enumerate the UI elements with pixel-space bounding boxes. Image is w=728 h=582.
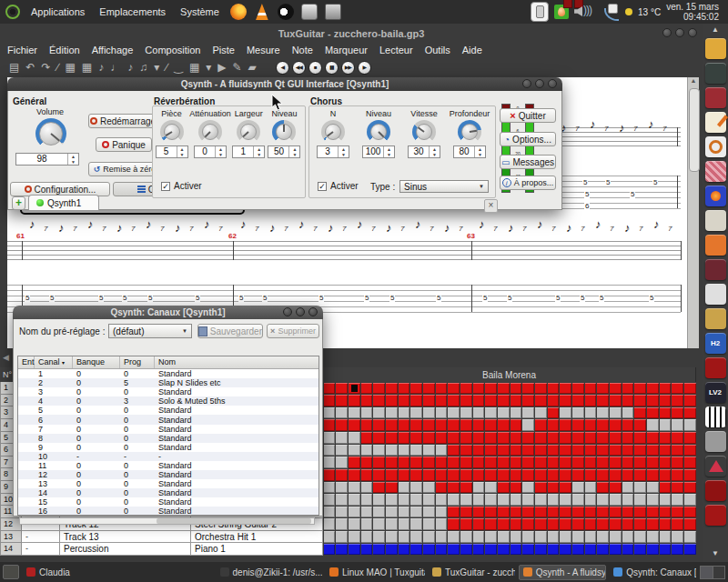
measure-cell[interactable] (386, 395, 398, 406)
measure-cell[interactable] (373, 383, 385, 395)
track-row-14[interactable]: 14-PercussionPiano 1 (0, 543, 703, 556)
measure-cell[interactable] (585, 445, 597, 457)
measure-cell[interactable] (522, 432, 534, 444)
volume-tray-icon[interactable]: ))) (574, 4, 598, 20)
matrix-icon[interactable]: ▦ (189, 61, 199, 74)
measure-cell[interactable] (660, 518, 672, 530)
measure-cell[interactable] (448, 482, 460, 494)
measure-cell[interactable] (498, 507, 510, 518)
measure-cell[interactable] (498, 469, 510, 481)
measure-cell[interactable] (361, 507, 373, 518)
measure-cell[interactable] (498, 432, 510, 444)
workspace-pager[interactable] (700, 566, 725, 579)
menu-affichage[interactable]: Affichage (92, 45, 134, 55)
measure-cell[interactable] (597, 482, 609, 494)
measure-cell[interactable] (572, 432, 584, 444)
measure-cell[interactable] (399, 457, 410, 468)
dock-scroll-down-icon[interactable]: ▼ (703, 549, 728, 557)
measure-cell[interactable] (672, 432, 683, 444)
measure-cell[interactable] (610, 457, 622, 468)
legato-icon[interactable]: ‿ (174, 61, 183, 74)
mixer-icon[interactable] (705, 284, 726, 305)
measure-cell[interactable] (498, 531, 510, 543)
screen-icon[interactable] (705, 63, 726, 84)
measure-cell[interactable] (436, 507, 448, 518)
measure-cell[interactable] (672, 544, 683, 556)
measure-cell[interactable] (660, 445, 672, 457)
measure-cell[interactable] (436, 482, 448, 494)
menu-systeme[interactable]: Système (173, 6, 227, 17)
measure-cell[interactable] (511, 544, 522, 556)
measure-cell[interactable] (436, 445, 448, 457)
measure-cell[interactable] (672, 457, 683, 468)
measure-cell[interactable] (647, 445, 659, 457)
measure-cell[interactable] (349, 457, 360, 468)
measure-cell[interactable] (448, 469, 460, 481)
measure-cell[interactable] (597, 383, 609, 395)
measure-cell[interactable] (535, 507, 547, 518)
chorus-n-knob[interactable] (321, 120, 345, 144)
measure-cell[interactable] (511, 419, 522, 431)
measure-cell[interactable] (634, 518, 646, 530)
ardour-icon[interactable] (705, 456, 726, 477)
measure-cell[interactable] (423, 445, 435, 457)
measure-cell[interactable] (572, 419, 584, 431)
measure-cell[interactable] (634, 544, 646, 556)
measure-cell[interactable] (622, 419, 634, 431)
measure-cell[interactable] (585, 395, 597, 406)
measure-cell[interactable] (460, 419, 472, 431)
measure-cell[interactable] (622, 507, 634, 518)
measure-cell[interactable] (473, 469, 485, 481)
undo-icon[interactable]: ↶ (25, 61, 35, 74)
measure-cell[interactable] (585, 531, 597, 543)
measure-cell[interactable] (423, 518, 435, 530)
measure-cell[interactable] (610, 407, 622, 419)
measure-cell[interactable] (610, 531, 622, 543)
measure-cell[interactable] (660, 419, 672, 431)
channel-row-3[interactable]: 300Standard (18, 387, 318, 396)
menu-composition[interactable]: Composition (145, 45, 200, 55)
measure-cell[interactable] (361, 457, 373, 468)
measure-cell[interactable] (660, 469, 672, 481)
measure-cell[interactable] (597, 531, 609, 543)
measure-cell[interactable] (535, 494, 547, 506)
measure-cell[interactable] (511, 395, 522, 406)
measure-cell[interactable] (684, 395, 696, 406)
measure-cell[interactable] (423, 395, 435, 406)
tuxguitar-icon[interactable] (705, 308, 726, 329)
measure-cell[interactable] (324, 395, 336, 406)
measure-cell[interactable] (324, 531, 336, 543)
measure-cell[interactable] (386, 383, 398, 395)
measure-cell[interactable] (324, 482, 336, 494)
measure-cell[interactable] (585, 383, 597, 395)
panic-button[interactable]: Panique (96, 137, 152, 152)
panel-close-icon[interactable]: × (484, 199, 498, 213)
measure-cell[interactable] (498, 544, 510, 556)
switch-tray-icon[interactable] (531, 2, 549, 22)
measure-cell[interactable] (572, 531, 584, 543)
measure-cell[interactable] (585, 507, 597, 518)
red-screen-icon[interactable] (705, 87, 726, 108)
measure-cell[interactable] (361, 482, 373, 494)
measure-cell[interactable] (684, 469, 696, 481)
measure-cell[interactable] (610, 432, 622, 444)
measure-cell[interactable] (399, 507, 410, 518)
measure-cell[interactable] (634, 482, 646, 494)
measure-cell[interactable] (498, 494, 510, 506)
pen-tool-icon[interactable] (705, 210, 726, 231)
measure-cell[interactable] (399, 469, 410, 481)
measure-cell[interactable] (473, 507, 485, 518)
measure-cell[interactable] (448, 531, 460, 543)
menu-mesure[interactable]: Mesure (247, 45, 280, 55)
measure-cell[interactable] (560, 469, 571, 481)
measure-cell[interactable] (560, 395, 571, 406)
measure-cell[interactable] (386, 544, 398, 556)
menu-outils[interactable]: Outils (425, 45, 450, 55)
measure-cell[interactable] (473, 395, 485, 406)
measure-cell[interactable] (560, 518, 571, 530)
measure-cell[interactable] (349, 544, 360, 556)
vlc-launcher-icon[interactable] (254, 4, 270, 20)
measure-cell[interactable] (373, 419, 385, 431)
measure-cell[interactable] (622, 469, 634, 481)
measure-cell[interactable] (473, 457, 485, 468)
